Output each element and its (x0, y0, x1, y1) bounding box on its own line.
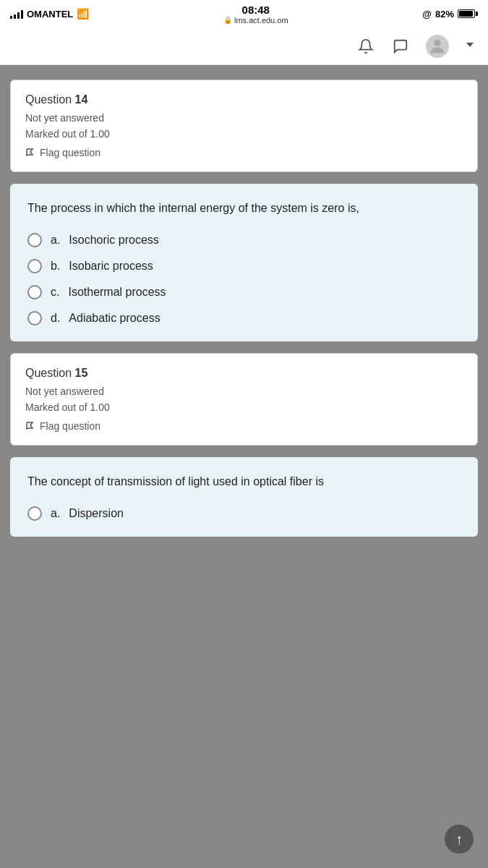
nav-bar (0, 27, 488, 65)
option-14-b[interactable]: b. Isobaric process (27, 259, 461, 273)
avatar[interactable] (426, 35, 449, 58)
question15-body-card: The concept of transmission of light use… (10, 457, 478, 537)
radio-14-d[interactable] (27, 311, 42, 326)
bell-icon[interactable] (356, 37, 375, 56)
svg-marker-1 (466, 43, 474, 47)
dropdown-icon[interactable] (465, 40, 475, 52)
chat-icon[interactable] (391, 37, 410, 56)
question14-info-card: Question 14 Not yet answered Marked out … (10, 80, 478, 172)
question15-options: a. Dispersion (27, 506, 461, 521)
time-label: 08:48 (242, 4, 270, 16)
battery-icon (458, 9, 478, 18)
svg-point-0 (434, 39, 440, 46)
question15-info-card: Question 15 Not yet answered Marked out … (10, 353, 478, 446)
question15-status: Not yet answered (25, 386, 463, 397)
signal-bars (10, 9, 23, 19)
main-content: Question 14 Not yet answered Marked out … (0, 65, 488, 551)
battery-percent: 82% (435, 9, 454, 20)
option-14-c[interactable]: c. Isothermal process (27, 285, 461, 299)
carrier-label: OMANTEL (27, 9, 73, 20)
url-bar: 🔒 lms.act.edu.om (223, 16, 288, 25)
question15-flag[interactable]: Flag question (25, 420, 463, 432)
status-bar: OMANTEL 📶 08:48 🔒 lms.act.edu.om @ 82% (0, 0, 488, 27)
lock-icon: 🔒 (223, 16, 232, 24)
option-14-d[interactable]: d. Adiabatic process (27, 311, 461, 326)
question14-marks: Marked out of 1.00 (25, 128, 463, 140)
question15-marks: Marked out of 1.00 (25, 401, 463, 413)
question14-body-card: The process in which the internal energy… (10, 184, 478, 341)
question14-text: The process in which the internal energy… (27, 200, 461, 217)
radio-15-a[interactable] (27, 506, 42, 521)
status-left: OMANTEL 📶 (10, 8, 89, 20)
question14-flag[interactable]: Flag question (25, 147, 463, 158)
scroll-up-icon: ↑ (455, 831, 463, 848)
scroll-up-button[interactable]: ↑ (445, 825, 474, 854)
option-15-a[interactable]: a. Dispersion (27, 506, 461, 521)
option-14-a[interactable]: a. Isochoric process (27, 233, 461, 247)
circle-icon: @ (422, 9, 432, 20)
question15-number: Question 15 (25, 367, 463, 380)
question14-number: Question 14 (25, 93, 463, 106)
question15-text: The concept of transmission of light use… (27, 473, 461, 490)
radio-14-c[interactable] (27, 285, 42, 299)
radio-14-a[interactable] (27, 233, 42, 247)
question14-options: a. Isochoric process b. Isobaric process… (27, 233, 461, 326)
wifi-icon: 📶 (77, 8, 89, 20)
status-center: 08:48 🔒 lms.act.edu.om (223, 4, 288, 25)
url-text: lms.act.edu.om (234, 16, 288, 25)
radio-14-b[interactable] (27, 259, 42, 273)
status-right: @ 82% (422, 9, 478, 20)
question14-status: Not yet answered (25, 112, 463, 124)
